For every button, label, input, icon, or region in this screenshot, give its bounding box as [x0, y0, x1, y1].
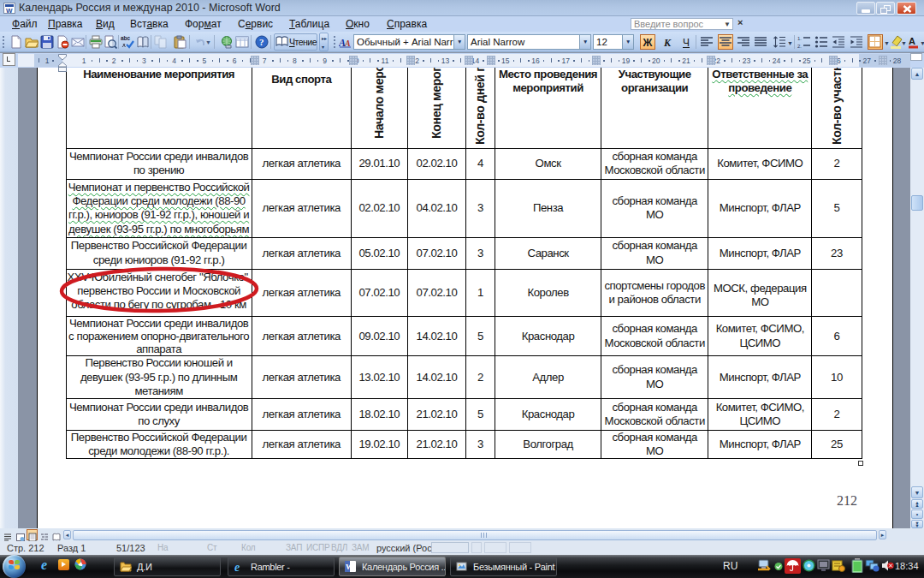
svg-text:abc: abc [121, 35, 131, 41]
svg-text:А: А [909, 36, 915, 46]
svg-text:?: ? [259, 37, 264, 47]
svg-text:1.: 1. [797, 36, 802, 41]
svg-text:W: W [346, 563, 353, 571]
svg-text:A: A [344, 39, 351, 48]
svg-text:2.: 2. [797, 44, 802, 49]
